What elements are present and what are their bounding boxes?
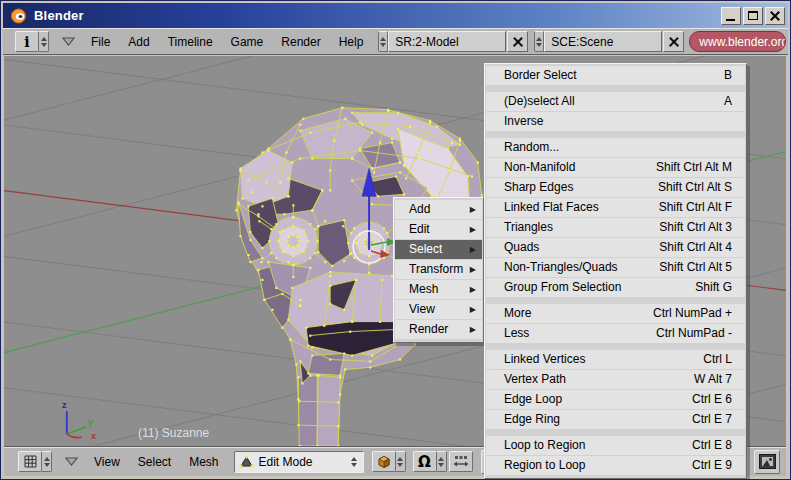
submenu-item-group-from-selection[interactable]: Group From SelectionShift G: [486, 278, 745, 297]
render-preview-button[interactable]: [754, 450, 780, 474]
submenu-item-edge-loop[interactable]: Edge LoopCtrl E 6: [486, 390, 745, 409]
gizmo-y-label: y: [88, 416, 94, 427]
submenu-item-linked-flat-faces[interactable]: Linked Flat FacesShift Ctrl Alt F: [486, 198, 745, 217]
submenu-item-label: (De)select All: [486, 92, 575, 111]
image-icon: [759, 454, 776, 469]
context-item-label: Edit: [395, 220, 430, 239]
submenu-item-loop-to-region[interactable]: Loop to RegionCtrl E 8: [486, 436, 745, 455]
submenu-item-region-to-loop[interactable]: Region to LoopCtrl E 9: [486, 456, 745, 475]
context-menu-item-select[interactable]: Select▶: [395, 240, 482, 259]
submenu-arrow-icon: ▶: [470, 200, 482, 219]
pivot-omega-icon: Ω: [418, 453, 431, 471]
submenu-arrow-icon: ▶: [470, 240, 482, 259]
submenu-item-sharp-edges[interactable]: Sharp EdgesShift Ctrl Alt S: [486, 178, 745, 197]
submenu-item--de-select-all[interactable]: (De)select AllA: [486, 92, 745, 111]
submenu-item-triangles[interactable]: TrianglesShift Ctrl Alt 3: [486, 218, 745, 237]
submenu-item-non-manifold[interactable]: Non-ManifoldShift Ctrl Alt M: [486, 158, 745, 177]
submenu-item-non-triangles-quads[interactable]: Non-Triangles/QuadsShift Ctrl Alt 5: [486, 258, 745, 277]
edit-mode-icon: [239, 455, 254, 468]
submenu-item-label: Edge Ring: [486, 410, 560, 429]
minimize-icon: [726, 19, 735, 21]
submenu-item-label: Random...: [486, 138, 559, 157]
window-title: Blender: [34, 8, 84, 23]
mode-selector-value: Edit Mode: [259, 455, 313, 469]
maximize-icon: [748, 11, 758, 20]
mode-selector-dropdown[interactable]: Edit Mode: [234, 451, 364, 473]
draw-type-spinner[interactable]: [396, 451, 406, 472]
collapse-menu-toggle[interactable]: [60, 457, 82, 466]
editor-type-spinner[interactable]: [42, 451, 52, 472]
menu-file[interactable]: File: [82, 35, 119, 49]
context-menu-item-transform[interactable]: Transform▶: [395, 260, 482, 279]
draw-type-button[interactable]: [372, 451, 396, 472]
context-menu-item-view[interactable]: View▶: [395, 300, 482, 319]
blender-org-badge[interactable]: www.blender.org: [689, 31, 786, 52]
submenu-item-shortcut: Shift G: [695, 278, 745, 297]
menu-select[interactable]: Select: [129, 455, 180, 469]
minimize-button[interactable]: [721, 7, 741, 25]
proportional-edit-button[interactable]: [449, 451, 473, 472]
scene-selector-spinner[interactable]: [534, 31, 544, 52]
submenu-item-inverse[interactable]: Inverse: [486, 112, 745, 131]
submenu-item-label: Border Select: [486, 66, 577, 85]
mode-selector-spinner[interactable]: [351, 457, 359, 467]
object-info-text: (11) Suzanne: [138, 426, 209, 440]
menu-render[interactable]: Render: [272, 35, 329, 49]
pivot-spinner[interactable]: [437, 451, 447, 472]
submenu-item-shortcut: Shift Ctrl Alt M: [656, 158, 745, 177]
submenu-item-random-[interactable]: Random...: [486, 138, 745, 157]
pivot-point-button[interactable]: Ω: [413, 451, 437, 472]
submenu-item-shortcut: Ctrl L: [703, 350, 745, 369]
submenu-item-less[interactable]: LessCtrl NumPad -: [486, 324, 745, 343]
collapse-menu-toggle[interactable]: [57, 37, 79, 46]
submenu-item-edge-ring[interactable]: Edge RingCtrl E 7: [486, 410, 745, 429]
context-menu-item-add[interactable]: Add▶: [395, 200, 482, 219]
menu-add[interactable]: Add: [119, 35, 158, 49]
context-item-label: Select: [395, 240, 442, 259]
submenu-item-shortcut: Shift Ctrl Alt 3: [659, 218, 745, 237]
submenu-item-label: Quads: [486, 238, 539, 257]
menu-help[interactable]: Help: [330, 35, 373, 49]
menu-mesh[interactable]: Mesh: [180, 455, 227, 469]
title-bar[interactable]: Blender: [3, 3, 788, 28]
submenu-item-shortcut: Ctrl E 9: [692, 456, 745, 475]
editor-type-button[interactable]: i: [15, 31, 39, 52]
editor-type-button-3dview[interactable]: [18, 451, 42, 472]
scene-selector-close-button[interactable]: [663, 31, 684, 52]
submenu-item-more[interactable]: MoreCtrl NumPad +: [486, 304, 745, 323]
close-button[interactable]: [765, 7, 785, 25]
screen-selector-value: SR:2-Model: [395, 35, 458, 49]
context-item-label: View: [395, 300, 435, 319]
screen-selector[interactable]: SR:2-Model: [378, 31, 528, 52]
submenu-item-vertex-path[interactable]: Vertex PathW Alt 7: [486, 370, 745, 389]
blender-org-url: www.blender.org: [699, 35, 786, 49]
submenu-item-label: More: [486, 304, 531, 323]
submenu-arrow-icon: ▶: [470, 220, 482, 239]
screen-selector-spinner[interactable]: [378, 31, 388, 52]
context-menu-item-mesh[interactable]: Mesh▶: [395, 280, 482, 299]
maximize-button[interactable]: [743, 7, 763, 25]
screen-selector-close-button[interactable]: [507, 31, 528, 52]
menu-view[interactable]: View: [85, 455, 129, 469]
submenu-item-shortcut: Shift Ctrl Alt F: [659, 198, 745, 217]
scene-selector[interactable]: SCE:Scene: [534, 31, 684, 52]
menu-timeline[interactable]: Timeline: [159, 35, 222, 49]
context-item-label: Mesh: [395, 280, 438, 299]
submenu-item-label: Non-Manifold: [486, 158, 575, 177]
context-menu-item-render[interactable]: Render▶: [395, 320, 482, 339]
menu-game[interactable]: Game: [222, 35, 273, 49]
context-item-label: Transform: [395, 260, 463, 279]
submenu-item-quads[interactable]: QuadsShift Ctrl Alt 4: [486, 238, 745, 257]
mini-axis-gizmo: z y x: [62, 399, 97, 441]
submenu-item-label: Less: [486, 324, 529, 343]
context-menu-item-edit[interactable]: Edit▶: [395, 220, 482, 239]
editor-type-spinner[interactable]: [39, 31, 49, 52]
submenu-arrow-icon: ▶: [470, 320, 482, 339]
submenu-arrow-icon: ▶: [470, 260, 482, 279]
submenu-item-border-select[interactable]: Border SelectB: [486, 66, 745, 85]
submenu-item-shortcut: A: [724, 92, 745, 111]
submenu-item-label: Edge Loop: [486, 390, 562, 409]
submenu-item-linked-vertices[interactable]: Linked VerticesCtrl L: [486, 350, 745, 369]
submenu-item-label: Vertex Path: [486, 370, 566, 389]
submenu-item-label: Non-Triangles/Quads: [486, 258, 618, 277]
